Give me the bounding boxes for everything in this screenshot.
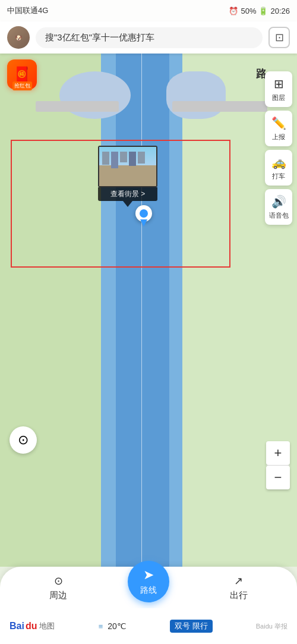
status-bar: 中国联通4G ⏰ 50% 🔋 20:26 — [0, 0, 297, 21]
layers-button[interactable]: ⊞ 图层 — [265, 71, 292, 107]
map-area[interactable]: 路 查看街景 > — [0, 54, 297, 567]
green-left — [0, 54, 101, 567]
nearby-label: 周边 — [49, 590, 67, 601]
nearby-button[interactable]: ⊙ 周边 — [34, 574, 82, 601]
street-view-buildings — [102, 152, 145, 168]
map-label-text: 地图 — [39, 621, 55, 632]
voice-label: 语音包 — [269, 211, 289, 220]
carrier-text: 中国联通4G — [7, 5, 48, 16]
cross-road-right — [172, 101, 267, 112]
avatar[interactable]: 🐶 — [7, 26, 30, 49]
baidu-logo-area: Bai du 地图 — [10, 621, 55, 632]
report-button[interactable]: ✏️ 上报 — [265, 111, 292, 146]
route-label: 路线 — [140, 585, 157, 596]
travel-label: 出行 — [230, 590, 248, 601]
intersection-top-right — [166, 71, 226, 119]
alarm-icon: ⏰ — [229, 7, 238, 15]
location-dot — [135, 205, 152, 227]
lane-center — [142, 54, 143, 567]
taxi-label: 打车 — [272, 172, 285, 181]
scan-button[interactable]: ⊡ — [268, 27, 290, 48]
search-input[interactable]: 搜"3亿红包"享十一优惠打车 — [36, 27, 263, 48]
zoom-out-icon: − — [274, 470, 282, 485]
temperature-text: 20℃ — [108, 621, 127, 631]
red-envelope-icon: 🧧 — [13, 66, 31, 83]
street-view-road — [99, 165, 156, 186]
street-view-popup[interactable]: 查看街景 > — [98, 146, 157, 207]
taxi-icon: 🚕 — [271, 155, 286, 169]
report-label: 上报 — [272, 133, 285, 142]
intersection-top-left — [59, 71, 131, 119]
weather-lines-icon: ≡ — [99, 622, 103, 631]
secondary-road-left — [101, 54, 116, 567]
route-icon: ➤ — [143, 567, 154, 583]
street-view-label: 查看街景 > — [98, 187, 157, 201]
voice-button[interactable]: 🔊 语音包 — [265, 189, 292, 225]
location-tail — [140, 219, 147, 227]
battery-icon: 🔋 — [258, 7, 268, 15]
weather-info: ≡ 20℃ — [99, 621, 127, 631]
battery-text: 50% — [241, 7, 256, 15]
baidu-logo-suffix: du — [26, 621, 37, 632]
red-envelope-label: 抢红包 — [12, 81, 32, 90]
red-envelope-button[interactable]: 🧧 抢红包 — [7, 59, 37, 89]
time-text: 20:26 — [270, 7, 290, 15]
voice-icon: 🔊 — [271, 194, 286, 209]
search-bar: 🐶 搜"3亿红包"享十一优惠打车 ⊡ — [0, 21, 297, 54]
location-icon: ⊙ — [18, 432, 29, 448]
right-panel: ⊞ 图层 ✏️ 上报 🚕 打车 🔊 语音包 — [265, 71, 292, 225]
cross-road-left — [36, 101, 119, 112]
report-icon: ✏️ — [271, 116, 286, 130]
nearby-icon: ⊙ — [54, 574, 63, 588]
bottom-navigation: ⊙ 周边 ➤ 路线 ↗ 出行 — [0, 567, 297, 608]
dot-inner — [138, 208, 150, 219]
search-placeholder: 搜"3亿红包"享十一优惠打车 — [45, 32, 154, 43]
main-road — [116, 54, 169, 567]
status-right: ⏰ 50% 🔋 20:26 — [229, 7, 290, 15]
route-button[interactable]: ➤ 路线 — [128, 561, 169, 602]
travel-button[interactable]: ↗ 出行 — [215, 574, 263, 601]
zoom-in-button[interactable]: + — [266, 441, 290, 465]
bottom-info-bar: Bai du 地图 ≡ 20℃ 双号 限行 Baidu 举报 — [0, 608, 297, 644]
layers-label: 图层 — [272, 93, 285, 102]
zoom-controls: + − — [266, 441, 290, 489]
scan-icon: ⊡ — [275, 31, 284, 44]
my-location-button[interactable]: ⊙ — [10, 426, 37, 454]
zoom-in-icon: + — [274, 445, 282, 461]
travel-icon: ↗ — [234, 574, 243, 588]
popup-pointer — [123, 201, 132, 207]
secondary-road-right — [169, 54, 182, 567]
taxi-button[interactable]: 🚕 打车 — [265, 150, 292, 186]
plate-limit-badge: 双号 限行 — [170, 620, 213, 633]
baidu-logo-text: Bai — [10, 621, 24, 632]
zoom-out-button[interactable]: − — [266, 466, 290, 489]
layers-icon: ⊞ — [274, 77, 284, 91]
avatar-image: 🐶 — [7, 26, 30, 49]
baidu-watermark: Baidu 举报 — [256, 622, 287, 631]
